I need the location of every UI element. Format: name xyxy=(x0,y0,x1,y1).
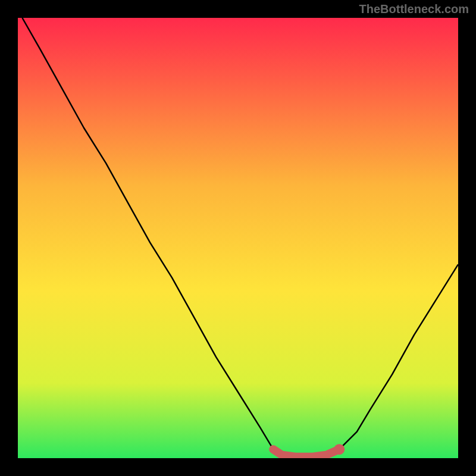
watermark-text: TheBottleneck.com xyxy=(359,2,469,16)
chart-container: TheBottleneck.com xyxy=(0,0,476,476)
plot-area xyxy=(18,18,458,458)
svg-point-1 xyxy=(334,444,345,455)
bottleneck-chart xyxy=(18,18,458,458)
